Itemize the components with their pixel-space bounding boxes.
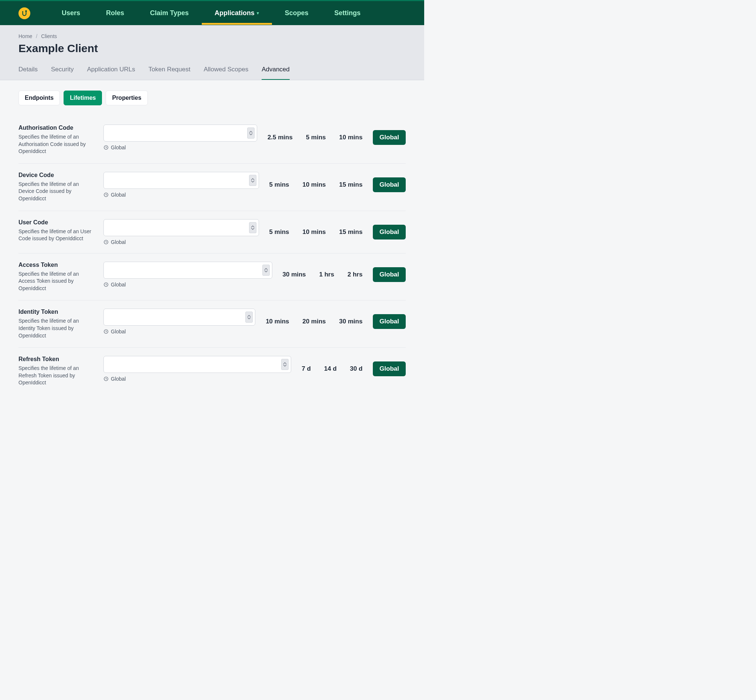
global-button[interactable]: Global (373, 267, 406, 282)
input-wrap: Global (103, 309, 255, 334)
row-description: Specifies the lifetime of an Authorisati… (19, 133, 96, 155)
row-title: Access Token (19, 262, 96, 268)
preset-option[interactable]: 30 mins (336, 318, 366, 325)
hint-text: Global (111, 145, 126, 150)
preset-option[interactable]: 2.5 mins (265, 134, 295, 141)
nav-users[interactable]: Users (49, 2, 93, 25)
lifetime-row: Refresh Token Specifies the lifetime of … (19, 348, 406, 395)
preset-option[interactable]: 10 mins (299, 228, 328, 236)
breadcrumb-home[interactable]: Home (19, 33, 32, 39)
number-stepper[interactable] (249, 175, 256, 186)
number-stepper[interactable] (245, 312, 253, 323)
input-hint: Global (103, 281, 272, 288)
preset-option[interactable]: 5 mins (303, 134, 329, 141)
app-logo[interactable] (19, 8, 30, 19)
tab-security[interactable]: Security (51, 66, 73, 80)
logo-icon (21, 10, 28, 17)
main-navbar: Users Roles Claim Types Applications ▾ S… (0, 1, 424, 25)
lifetime-input[interactable] (103, 356, 291, 373)
row-title: Identity Token (19, 309, 96, 315)
nav-settings[interactable]: Settings (322, 2, 373, 25)
subtab-properties[interactable]: Properties (106, 91, 147, 105)
clock-icon (103, 145, 109, 150)
global-button[interactable]: Global (373, 177, 406, 192)
row-description: Specifies the lifetime of an Refresh Tok… (19, 365, 96, 387)
tab-advanced[interactable]: Advanced (262, 66, 290, 80)
preset-option[interactable]: 5 mins (266, 228, 292, 236)
preset-option[interactable]: 30 mins (280, 271, 309, 278)
nav-applications[interactable]: Applications ▾ (202, 2, 272, 25)
lifetime-row: Access Token Specifies the lifetime of a… (19, 253, 406, 301)
input-hint: Global (103, 328, 255, 334)
input-wrap: Global (103, 262, 272, 288)
preset-option[interactable]: 5 mins (266, 181, 292, 189)
input-hint: Global (103, 145, 257, 150)
number-stepper[interactable] (281, 359, 289, 370)
row-controls: Global 7 d 14 d 30 d Global (103, 356, 406, 382)
preset-option[interactable]: 20 mins (299, 318, 328, 325)
lifetime-row: Device Code Specifies the lifetime of an… (19, 164, 406, 211)
preset-option[interactable]: 14 d (321, 365, 340, 373)
preset-option[interactable]: 7 d (298, 365, 314, 373)
global-button[interactable]: Global (373, 314, 406, 329)
row-description: Specifies the lifetime of an Device Code… (19, 181, 96, 203)
breadcrumb-clients[interactable]: Clients (41, 33, 57, 39)
lifetime-row: User Code Specifies the lifetime of an U… (19, 211, 406, 253)
lifetime-input[interactable] (103, 309, 255, 326)
lifetime-input[interactable] (103, 172, 259, 189)
content-area: Endpoints Lifetimes Properties Authorisa… (0, 80, 424, 409)
row-controls: Global 5 mins 10 mins 15 mins Global (103, 172, 406, 198)
svg-point-0 (25, 10, 26, 11)
hint-text: Global (111, 192, 126, 198)
breadcrumb-separator: / (36, 33, 37, 39)
subtab-strip: Endpoints Lifetimes Properties (19, 91, 406, 105)
row-title: Authorisation Code (19, 125, 96, 131)
stepper-down-icon (249, 133, 253, 135)
chevron-down-icon: ▾ (257, 11, 259, 16)
global-button[interactable]: Global (373, 361, 406, 376)
nav-items: Users Roles Claim Types Applications ▾ S… (49, 2, 373, 25)
input-wrap: Global (103, 172, 259, 198)
input-wrap: Global (103, 219, 259, 245)
preset-option[interactable]: 2 hrs (344, 271, 366, 278)
row-label: Authorisation Code Specifies the lifetim… (19, 125, 103, 155)
preset-option[interactable]: 15 mins (336, 228, 366, 236)
number-stepper[interactable] (249, 222, 256, 233)
tab-token-request[interactable]: Token Request (148, 66, 190, 80)
preset-option[interactable]: 10 mins (336, 134, 366, 141)
nav-roles[interactable]: Roles (93, 2, 137, 25)
tab-details[interactable]: Details (19, 66, 38, 80)
nav-claim-types[interactable]: Claim Types (137, 2, 202, 25)
lifetime-input[interactable] (103, 219, 259, 236)
number-stepper[interactable] (262, 265, 270, 276)
clock-icon (103, 282, 109, 287)
lifetime-input[interactable] (103, 262, 272, 279)
row-description: Specifies the lifetime of an Access Toke… (19, 270, 96, 292)
input-wrap: Global (103, 125, 257, 150)
lifetime-row: Authorisation Code Specifies the lifetim… (19, 116, 406, 164)
number-stepper[interactable] (247, 128, 255, 139)
preset-option[interactable]: 10 mins (263, 318, 292, 325)
stepper-down-icon (251, 180, 255, 183)
subtab-endpoints[interactable]: Endpoints (19, 91, 60, 105)
tab-allowed-scopes[interactable]: Allowed Scopes (204, 66, 248, 80)
hint-text: Global (111, 328, 126, 334)
input-hint: Global (103, 376, 291, 382)
lifetime-input[interactable] (103, 125, 257, 142)
global-button[interactable]: Global (373, 130, 406, 145)
row-title: Refresh Token (19, 356, 96, 362)
clock-icon (103, 329, 109, 334)
page-title: Example Client (19, 42, 406, 55)
nav-scopes[interactable]: Scopes (272, 2, 322, 25)
global-button[interactable]: Global (373, 225, 406, 239)
preset-option[interactable]: 10 mins (299, 181, 328, 189)
preset-option[interactable]: 1 hrs (316, 271, 337, 278)
tab-application-urls[interactable]: Application URLs (87, 66, 135, 80)
preset-option[interactable]: 15 mins (336, 181, 366, 189)
row-label: Identity Token Specifies the lifetime of… (19, 309, 103, 339)
subtab-lifetimes[interactable]: Lifetimes (64, 91, 102, 105)
input-hint: Global (103, 239, 259, 245)
clock-icon (103, 192, 109, 197)
stepper-down-icon (264, 270, 268, 272)
preset-option[interactable]: 30 d (347, 365, 366, 373)
